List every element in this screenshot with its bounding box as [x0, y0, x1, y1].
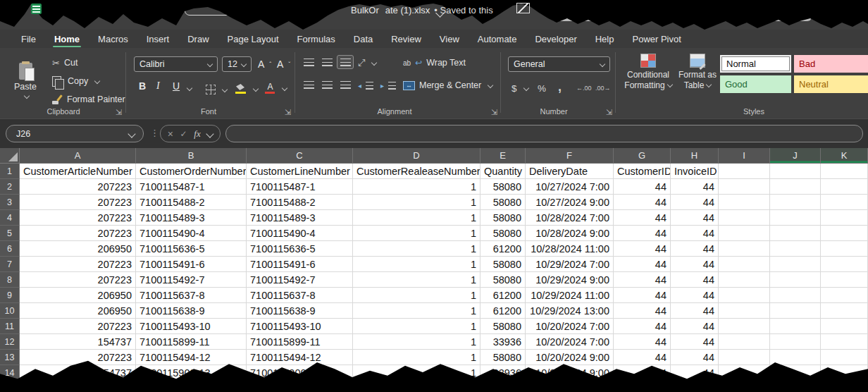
cell-H10[interactable]: 44: [671, 303, 719, 319]
align-middle-button[interactable]: [318, 55, 335, 69]
alignment-dialog-launcher-icon[interactable]: ⇲: [491, 109, 497, 116]
cell-B12[interactable]: 7100115899-11: [136, 334, 247, 350]
cell-B7[interactable]: 7100115491-6: [136, 257, 247, 272]
cell-B10[interactable]: 7100115638-9: [136, 303, 247, 319]
cell-I6[interactable]: [719, 241, 770, 257]
cell-H7[interactable]: 44: [671, 257, 719, 272]
cell-A14[interactable]: 154737: [20, 365, 136, 381]
cell-J12[interactable]: [770, 334, 821, 350]
cell-G4[interactable]: 44: [614, 210, 671, 226]
cell-F11[interactable]: 10/20/2024 7:00: [526, 319, 614, 334]
cell-C9[interactable]: 7100115637-8: [247, 288, 353, 303]
orientation-button[interactable]: ⤢: [358, 55, 376, 71]
cell-G14[interactable]: 44: [614, 365, 671, 381]
cell-F14[interactable]: 10/20/2024 9:00: [526, 365, 614, 381]
font-color-button[interactable]: A: [265, 80, 287, 96]
cell-H8[interactable]: 44: [671, 272, 719, 288]
cell-A7[interactable]: 207223: [20, 257, 136, 272]
column-header-J[interactable]: J: [770, 148, 821, 164]
cell-A1[interactable]: CustomerArticleNumber: [20, 164, 136, 179]
conditional-formatting-button[interactable]: Conditional Formatting: [621, 54, 675, 91]
decrease-decimal-button[interactable]: .00→: [595, 80, 611, 96]
number-dialog-launcher-icon[interactable]: ⇲: [606, 109, 612, 116]
cell-H1[interactable]: InvoiceID: [671, 164, 719, 179]
align-left-button[interactable]: [300, 78, 317, 92]
row-header-15[interactable]: 15: [0, 381, 20, 392]
underline-dropdown-icon[interactable]: [187, 85, 192, 91]
cell-A12[interactable]: 154737: [20, 334, 136, 350]
column-header-I[interactable]: I: [719, 148, 770, 164]
row-header-2[interactable]: 2: [0, 179, 20, 195]
cell-F13[interactable]: 10/20/2024 9:00: [526, 350, 614, 365]
cell-J4[interactable]: [770, 210, 821, 226]
cell-A8[interactable]: 207223: [20, 272, 136, 288]
tab-draw[interactable]: Draw: [178, 30, 218, 48]
cell-A15[interactable]: [20, 381, 136, 392]
tab-view[interactable]: View: [430, 30, 469, 48]
cell-E6[interactable]: 61200: [480, 241, 526, 257]
cell-I1[interactable]: [719, 164, 770, 179]
cell-G13[interactable]: 44: [614, 350, 671, 365]
column-header-F[interactable]: F: [526, 148, 614, 164]
cell-E8[interactable]: 58080: [480, 272, 526, 288]
style-good[interactable]: Good: [720, 75, 791, 93]
cell-E2[interactable]: 58080: [480, 179, 526, 195]
copy-button[interactable]: Copy: [52, 73, 99, 89]
cell-A11[interactable]: 207223: [20, 319, 136, 334]
cell-I7[interactable]: [719, 257, 770, 272]
format-painter-button[interactable]: Format Painter: [52, 92, 125, 107]
cell-F3[interactable]: 10/27/2024 9:00: [526, 195, 614, 210]
cell-K10[interactable]: [821, 303, 868, 319]
row-header-10[interactable]: 10: [0, 303, 20, 319]
cell-H11[interactable]: 44: [671, 319, 719, 334]
wrap-text-button[interactable]: ab↩ Wrap Text: [403, 55, 466, 71]
increase-decimal-button[interactable]: ←.00: [576, 80, 592, 96]
cell-J6[interactable]: [770, 241, 821, 257]
cell-C4[interactable]: 7100115489-3: [247, 210, 353, 226]
cell-B2[interactable]: 7100115487-1: [136, 179, 247, 195]
cell-F8[interactable]: 10/29/2024 9:00: [526, 272, 614, 288]
cell-K2[interactable]: [821, 179, 868, 195]
cell-F9[interactable]: 10/29/2024 11:00: [526, 288, 614, 303]
tab-page-layout[interactable]: Page Layout: [218, 30, 288, 48]
increase-indent-button[interactable]: ▸: [380, 78, 396, 93]
cell-E15[interactable]: [480, 381, 526, 392]
cell-I14[interactable]: [719, 365, 770, 381]
column-header-G[interactable]: G: [614, 148, 671, 164]
cell-J8[interactable]: [770, 272, 821, 288]
row-header-9[interactable]: 9: [0, 288, 20, 303]
cell-F5[interactable]: 10/28/2024 9:00: [526, 226, 614, 241]
cell-G6[interactable]: 44: [614, 241, 671, 257]
cell-I8[interactable]: [719, 272, 770, 288]
cell-J11[interactable]: [770, 319, 821, 334]
tab-insert[interactable]: Insert: [137, 30, 179, 48]
cell-B13[interactable]: 7100115494-12: [136, 350, 247, 365]
cell-D5[interactable]: 1: [353, 226, 480, 241]
cell-D2[interactable]: 1: [353, 179, 480, 195]
cell-K7[interactable]: [821, 257, 868, 272]
cell-G9[interactable]: 44: [614, 288, 671, 303]
cell-K14[interactable]: [821, 365, 868, 381]
underline-button[interactable]: U: [173, 80, 180, 92]
tab-home[interactable]: Home: [45, 30, 89, 48]
cancel-icon[interactable]: ×: [168, 128, 173, 140]
column-header-B[interactable]: B: [136, 148, 247, 164]
percent-style-button[interactable]: %: [538, 80, 546, 96]
cut-button[interactable]: ✂ Cut: [52, 55, 78, 71]
cell-A4[interactable]: 207223: [20, 210, 136, 226]
cell-B4[interactable]: 7100115489-3: [136, 210, 247, 226]
column-header-C[interactable]: C: [247, 148, 353, 164]
cell-C14[interactable]: 7100115900-13: [247, 365, 353, 381]
cell-G11[interactable]: 44: [614, 319, 671, 334]
cell-D9[interactable]: 1: [353, 288, 480, 303]
bold-button[interactable]: B: [139, 80, 146, 92]
cell-C10[interactable]: 7100115638-9: [247, 303, 353, 319]
cell-E3[interactable]: 58080: [480, 195, 526, 210]
format-as-table-button[interactable]: Format as Table: [676, 54, 719, 91]
autosave-toggle-fragment[interactable]: [185, 6, 232, 16]
tab-review[interactable]: Review: [382, 30, 430, 48]
row-header-11[interactable]: 11: [0, 319, 20, 334]
cell-A10[interactable]: 206950: [20, 303, 136, 319]
style-normal[interactable]: Normal: [720, 55, 791, 73]
cell-F2[interactable]: 10/27/2024 7:00: [526, 179, 614, 195]
